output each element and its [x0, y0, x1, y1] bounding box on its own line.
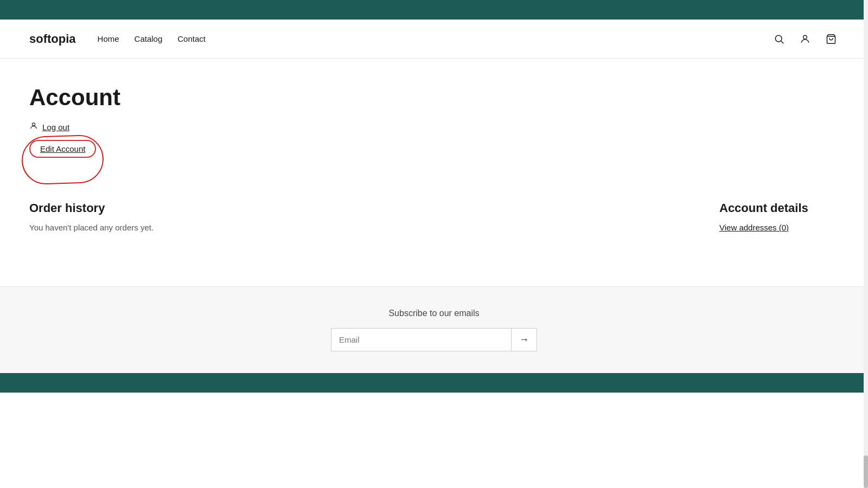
nav-link-catalog[interactable]: Catalog [135, 34, 163, 43]
email-submit-button[interactable]: → [511, 329, 537, 351]
user-icon [29, 121, 38, 132]
brand-logo[interactable]: softopia [29, 32, 76, 46]
bottom-banner [0, 373, 868, 393]
no-orders-message: You haven't placed any orders yet. [29, 223, 719, 232]
edit-account-wrapper: Edit Account [29, 140, 96, 179]
account-details-title: Account details [719, 201, 839, 215]
nav-link-home[interactable]: Home [98, 34, 119, 43]
nav-icons [771, 31, 839, 47]
order-history-section: Order history You haven't placed any ord… [29, 201, 719, 233]
top-banner [0, 0, 868, 20]
order-history-title: Order history [29, 201, 719, 215]
svg-point-4 [32, 123, 35, 126]
edit-account-button[interactable]: Edit Account [29, 140, 96, 158]
svg-point-0 [775, 35, 782, 42]
arrow-icon: → [519, 334, 529, 345]
search-icon [774, 34, 784, 44]
cart-button[interactable] [824, 31, 839, 47]
email-subscribe-form: → [331, 328, 537, 351]
account-icon [800, 34, 810, 44]
nav-links: Home Catalog Contact [98, 34, 771, 43]
svg-point-2 [803, 35, 807, 39]
navbar: softopia Home Catalog Contact [0, 20, 868, 59]
svg-line-1 [781, 41, 784, 43]
nav-link-contact[interactable]: Contact [177, 34, 206, 43]
two-column-layout: Order history You haven't placed any ord… [29, 201, 839, 233]
page-title: Account [29, 85, 839, 111]
email-input[interactable] [331, 329, 511, 351]
logout-button[interactable]: Log out [42, 123, 69, 132]
main-content: Account Log out Edit Account Order histo… [0, 59, 868, 286]
scrollbar[interactable] [864, 0, 868, 488]
search-button[interactable] [771, 31, 787, 47]
scrollbar-thumb[interactable] [864, 455, 868, 488]
cart-icon [826, 34, 837, 44]
footer-section: Subscribe to our emails → [0, 286, 868, 373]
view-addresses-button[interactable]: View addresses (0) [719, 223, 789, 232]
logout-row: Log out [29, 121, 839, 132]
account-details-section: Account details View addresses (0) [719, 201, 839, 233]
account-button[interactable] [797, 31, 813, 47]
subscribe-title: Subscribe to our emails [388, 309, 479, 318]
